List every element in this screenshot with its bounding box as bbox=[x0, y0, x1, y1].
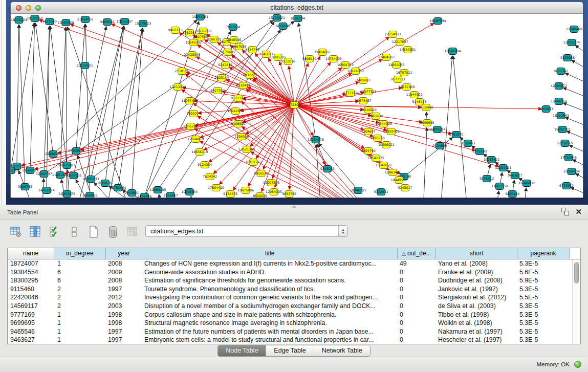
network-node[interactable]: 9115460 bbox=[419, 104, 433, 111]
network-node[interactable]: 2718126 bbox=[175, 68, 189, 75]
network-node[interactable]: 20533150 bbox=[27, 15, 43, 22]
network-selector[interactable]: citations_edges.txt ▲▼ bbox=[145, 225, 348, 237]
network-node[interactable]: 9218586 bbox=[276, 23, 290, 30]
scrollbar-thumb[interactable] bbox=[574, 262, 579, 283]
column-header-year[interactable]: year bbox=[106, 248, 142, 259]
close-panel-icon[interactable]: ✕ bbox=[575, 208, 582, 215]
network-node[interactable]: 7485083 bbox=[356, 77, 371, 84]
network-node[interactable]: 12954035 bbox=[266, 189, 282, 195]
citation-edge[interactable] bbox=[17, 25, 19, 163]
citation-edge[interactable] bbox=[525, 188, 526, 198]
network-node[interactable]: 8186328 bbox=[207, 36, 221, 43]
network-node[interactable]: 9895758 bbox=[371, 135, 385, 142]
table-row[interactable]: 946554611997Estimation of the future num… bbox=[8, 327, 572, 336]
citation-edge[interactable] bbox=[191, 196, 200, 198]
citation-edge[interactable] bbox=[35, 23, 53, 150]
network-node[interactable]: 14754093 bbox=[325, 56, 342, 62]
citation-edge[interactable] bbox=[563, 103, 583, 115]
citation-edge[interactable] bbox=[513, 180, 514, 190]
network-node[interactable]: 8454749 bbox=[245, 47, 259, 53]
network-node[interactable]: 9155467 bbox=[163, 192, 178, 198]
column-header-out-degree[interactable]: △out_de... bbox=[398, 248, 436, 259]
network-node[interactable]: 12942737 bbox=[36, 171, 52, 178]
table-row[interactable]: 969969511998Structural magnetic resonanc… bbox=[8, 319, 572, 327]
network-node[interactable]: 9461620 bbox=[369, 113, 383, 120]
table-row[interactable]: 1830029562008Estimation of significance … bbox=[8, 276, 572, 285]
network-node[interactable]: 8575193 bbox=[472, 148, 487, 155]
network-node[interactable]: 16151273 bbox=[245, 159, 262, 166]
network-node[interactable]: 9860123 bbox=[168, 27, 182, 34]
citation-edge[interactable] bbox=[319, 143, 356, 188]
network-node[interactable]: 11216020 bbox=[360, 107, 377, 114]
network-node[interactable]: 21954031 bbox=[77, 16, 94, 23]
citation-edge[interactable] bbox=[563, 87, 583, 100]
citation-edge[interactable] bbox=[47, 26, 50, 187]
network-node[interactable]: 7204697 bbox=[361, 128, 376, 135]
network-node[interactable]: 10449592 bbox=[391, 177, 407, 184]
network-node[interactable]: 9860124 bbox=[505, 191, 519, 198]
select-rows-button[interactable] bbox=[47, 225, 62, 239]
network-node[interactable]: 9124354 bbox=[198, 162, 212, 168]
network-node[interactable]: 15276021 bbox=[269, 15, 285, 21]
network-node[interactable]: 10985422 bbox=[483, 157, 499, 163]
network-canvas[interactable]: 1857512420533150915559011565028219540319… bbox=[11, 14, 583, 198]
network-node[interactable]: 17710345 bbox=[560, 155, 577, 161]
network-node[interactable]: 9893790 bbox=[361, 148, 376, 155]
import-table-button[interactable] bbox=[125, 225, 140, 239]
network-node[interactable]: 15134576 bbox=[308, 137, 324, 143]
network-node[interactable]: 6791970 bbox=[449, 132, 463, 138]
network-node[interactable]: 20206535 bbox=[45, 151, 61, 158]
network-node[interactable]: 11913475 bbox=[59, 191, 75, 198]
column-header-short[interactable]: short bbox=[436, 248, 517, 259]
network-window-titlebar[interactable]: citations_edges.txt bbox=[11, 2, 583, 14]
network-node[interactable]: 10653287 bbox=[117, 18, 133, 25]
row-height-button[interactable] bbox=[67, 225, 82, 239]
tab-node-table[interactable]: Node Table bbox=[218, 345, 266, 356]
citation-edge-red[interactable] bbox=[39, 20, 291, 104]
network-node[interactable]: 11007556 bbox=[263, 180, 279, 186]
network-node[interactable]: 9242841 bbox=[125, 190, 139, 196]
citation-edge[interactable] bbox=[453, 56, 466, 198]
citation-edge[interactable] bbox=[496, 191, 498, 198]
network-node[interactable]: 8427552 bbox=[210, 87, 225, 94]
network-node[interactable]: 19404065 bbox=[314, 49, 331, 56]
network-node[interactable]: 10542375 bbox=[368, 155, 384, 162]
network-node[interactable]: 7957224 bbox=[226, 24, 240, 31]
network-node[interactable]: 9154690 bbox=[433, 143, 447, 149]
network-node[interactable]: 12684010 bbox=[187, 136, 204, 143]
network-node[interactable]: 10075886 bbox=[237, 187, 254, 194]
network-node[interactable]: 8550051 bbox=[83, 192, 97, 198]
network-node[interactable]: 9245017 bbox=[398, 185, 412, 191]
network-node[interactable]: 9121334 bbox=[231, 95, 245, 102]
network-node[interactable]: 18575124 bbox=[11, 17, 27, 24]
network-node[interactable]: 12560105 bbox=[150, 187, 166, 193]
table-row[interactable]: 1456911722003Disruption of a novel membe… bbox=[8, 302, 572, 311]
tab-network-table[interactable]: Network Table bbox=[314, 345, 370, 356]
network-node[interactable]: 11067427 bbox=[181, 98, 198, 104]
network-node[interactable]: 16046832 bbox=[518, 180, 535, 187]
network-node[interactable]: 16904713 bbox=[337, 62, 354, 69]
citation-edge[interactable] bbox=[441, 56, 452, 198]
network-node[interactable]: 9893795 bbox=[282, 191, 296, 198]
vertical-scrollbar[interactable] bbox=[572, 259, 580, 344]
network-node[interactable]: 10653281 bbox=[192, 14, 208, 20]
network-node[interactable]: 9155590 bbox=[42, 18, 57, 25]
network-node[interactable]: 10034504 bbox=[563, 168, 580, 175]
network-node[interactable]: 12254933 bbox=[385, 31, 401, 38]
network-node[interactable]: 9155463 bbox=[461, 140, 475, 147]
delete-table-button[interactable] bbox=[105, 225, 121, 239]
network-node[interactable]: 3915161 bbox=[11, 167, 18, 174]
citation-edge[interactable] bbox=[50, 26, 67, 162]
network-node[interactable]: 8136104 bbox=[291, 15, 305, 22]
network-node[interactable]: 17484503 bbox=[378, 54, 395, 61]
network-node[interactable]: 16497594 bbox=[430, 18, 446, 25]
network-node[interactable]: 9016530 bbox=[254, 170, 268, 177]
network-node[interactable]: 14850831 bbox=[400, 47, 416, 53]
citation-edge[interactable] bbox=[298, 23, 315, 136]
network-node[interactable]: 2803144 bbox=[214, 75, 229, 81]
network-node[interactable]: 14656119 bbox=[191, 149, 208, 156]
citation-edge[interactable] bbox=[68, 27, 135, 198]
network-node[interactable]: 10242855 bbox=[227, 108, 244, 115]
citation-edge[interactable] bbox=[119, 28, 143, 184]
network-node[interactable]: 9577133 bbox=[391, 76, 405, 83]
